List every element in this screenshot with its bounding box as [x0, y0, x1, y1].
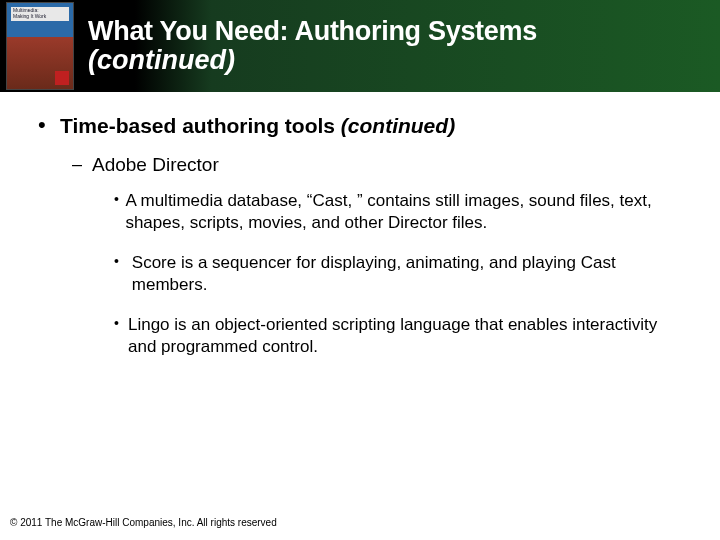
- bullet-dot-icon: •: [114, 190, 125, 234]
- bullet-level1: • Time-based authoring tools (continued): [38, 114, 690, 138]
- bullet-dash-icon: –: [72, 154, 92, 176]
- bullet-level2: – Adobe Director: [72, 154, 690, 176]
- bullet-dot-icon: •: [38, 114, 60, 138]
- book-cover-image: Multimedia: Making It Work: [6, 2, 74, 90]
- slide-subtitle: (continued): [88, 45, 710, 76]
- bullet-level3: • Lingo is an object-oriented scripting …: [114, 314, 690, 358]
- bullet-level3-text: Score is a sequencer for displaying, ani…: [132, 252, 690, 296]
- book-cover-label: Multimedia: Making It Work: [13, 8, 46, 19]
- bullet-dot-icon: •: [114, 314, 128, 358]
- title-block: What You Need: Authoring Systems (contin…: [84, 0, 720, 92]
- slide-header: Multimedia: Making It Work What You Need…: [0, 0, 720, 92]
- copyright-footer: © 2011 The McGraw-Hill Companies, Inc. A…: [10, 517, 277, 528]
- bullet-level3-text: A multimedia database, “Cast, ” contains…: [125, 190, 690, 234]
- bullet-level3-text: Lingo is an object-oriented scripting la…: [128, 314, 690, 358]
- slide-title: What You Need: Authoring Systems: [88, 16, 710, 47]
- bullet-level3: • A multimedia database, “Cast, ” contai…: [114, 190, 690, 234]
- bullet-dot-icon: •: [114, 252, 132, 296]
- bullet-level3: • Score is a sequencer for displaying, a…: [114, 252, 690, 296]
- bullet-level1-text: Time-based authoring tools (continued): [60, 114, 455, 138]
- bullet-level2-text: Adobe Director: [92, 154, 219, 176]
- slide-content: • Time-based authoring tools (continued)…: [0, 92, 720, 387]
